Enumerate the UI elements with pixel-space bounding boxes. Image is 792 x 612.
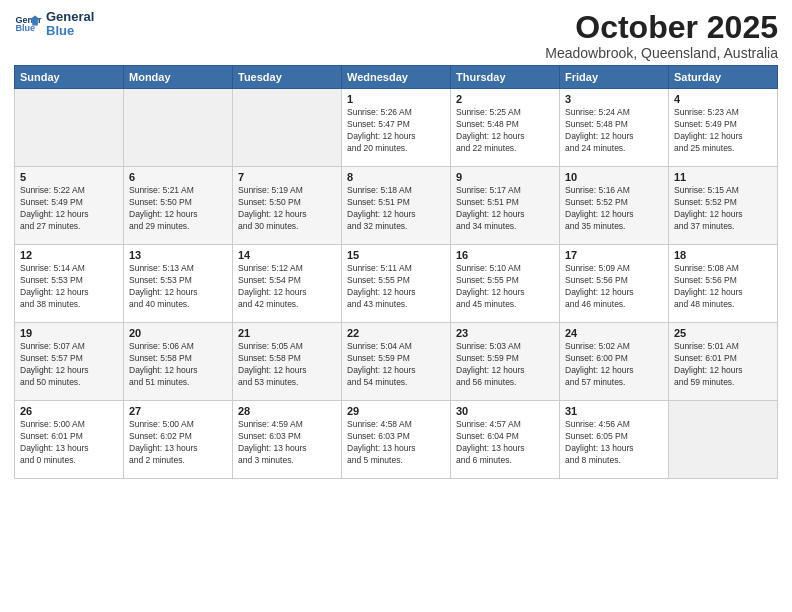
day-info: Sunrise: 5:15 AM Sunset: 5:52 PM Dayligh… bbox=[674, 185, 772, 233]
table-row bbox=[233, 89, 342, 167]
table-row: 26Sunrise: 5:00 AM Sunset: 6:01 PM Dayli… bbox=[15, 401, 124, 479]
day-info: Sunrise: 5:02 AM Sunset: 6:00 PM Dayligh… bbox=[565, 341, 663, 389]
day-info: Sunrise: 5:21 AM Sunset: 5:50 PM Dayligh… bbox=[129, 185, 227, 233]
day-number: 14 bbox=[238, 249, 336, 261]
calendar-week-row: 5Sunrise: 5:22 AM Sunset: 5:49 PM Daylig… bbox=[15, 167, 778, 245]
day-info: Sunrise: 5:03 AM Sunset: 5:59 PM Dayligh… bbox=[456, 341, 554, 389]
table-row: 13Sunrise: 5:13 AM Sunset: 5:53 PM Dayli… bbox=[124, 245, 233, 323]
day-info: Sunrise: 5:13 AM Sunset: 5:53 PM Dayligh… bbox=[129, 263, 227, 311]
day-info: Sunrise: 5:09 AM Sunset: 5:56 PM Dayligh… bbox=[565, 263, 663, 311]
day-info: Sunrise: 4:57 AM Sunset: 6:04 PM Dayligh… bbox=[456, 419, 554, 467]
day-info: Sunrise: 5:10 AM Sunset: 5:55 PM Dayligh… bbox=[456, 263, 554, 311]
day-info: Sunrise: 5:07 AM Sunset: 5:57 PM Dayligh… bbox=[20, 341, 118, 389]
day-info: Sunrise: 5:05 AM Sunset: 5:58 PM Dayligh… bbox=[238, 341, 336, 389]
table-row: 23Sunrise: 5:03 AM Sunset: 5:59 PM Dayli… bbox=[451, 323, 560, 401]
day-info: Sunrise: 5:12 AM Sunset: 5:54 PM Dayligh… bbox=[238, 263, 336, 311]
day-info: Sunrise: 5:17 AM Sunset: 5:51 PM Dayligh… bbox=[456, 185, 554, 233]
day-number: 11 bbox=[674, 171, 772, 183]
day-number: 17 bbox=[565, 249, 663, 261]
day-info: Sunrise: 4:59 AM Sunset: 6:03 PM Dayligh… bbox=[238, 419, 336, 467]
table-row bbox=[15, 89, 124, 167]
day-info: Sunrise: 5:00 AM Sunset: 6:02 PM Dayligh… bbox=[129, 419, 227, 467]
svg-text:Blue: Blue bbox=[15, 23, 35, 33]
day-number: 29 bbox=[347, 405, 445, 417]
logo-icon: General Blue bbox=[14, 10, 42, 38]
page-container: General Blue General Blue October 2025 M… bbox=[0, 0, 792, 485]
table-row: 22Sunrise: 5:04 AM Sunset: 5:59 PM Dayli… bbox=[342, 323, 451, 401]
day-number: 19 bbox=[20, 327, 118, 339]
day-number: 10 bbox=[565, 171, 663, 183]
day-number: 4 bbox=[674, 93, 772, 105]
table-row: 21Sunrise: 5:05 AM Sunset: 5:58 PM Dayli… bbox=[233, 323, 342, 401]
day-info: Sunrise: 5:06 AM Sunset: 5:58 PM Dayligh… bbox=[129, 341, 227, 389]
day-info: Sunrise: 5:16 AM Sunset: 5:52 PM Dayligh… bbox=[565, 185, 663, 233]
table-row: 29Sunrise: 4:58 AM Sunset: 6:03 PM Dayli… bbox=[342, 401, 451, 479]
day-info: Sunrise: 5:22 AM Sunset: 5:49 PM Dayligh… bbox=[20, 185, 118, 233]
col-saturday: Saturday bbox=[669, 66, 778, 89]
day-info: Sunrise: 5:24 AM Sunset: 5:48 PM Dayligh… bbox=[565, 107, 663, 155]
day-number: 1 bbox=[347, 93, 445, 105]
logo-text-general: General bbox=[46, 10, 94, 24]
month-title: October 2025 bbox=[545, 10, 778, 45]
day-number: 31 bbox=[565, 405, 663, 417]
col-tuesday: Tuesday bbox=[233, 66, 342, 89]
table-row: 19Sunrise: 5:07 AM Sunset: 5:57 PM Dayli… bbox=[15, 323, 124, 401]
calendar-week-row: 19Sunrise: 5:07 AM Sunset: 5:57 PM Dayli… bbox=[15, 323, 778, 401]
table-row: 5Sunrise: 5:22 AM Sunset: 5:49 PM Daylig… bbox=[15, 167, 124, 245]
day-number: 15 bbox=[347, 249, 445, 261]
day-info: Sunrise: 5:01 AM Sunset: 6:01 PM Dayligh… bbox=[674, 341, 772, 389]
day-number: 24 bbox=[565, 327, 663, 339]
day-number: 16 bbox=[456, 249, 554, 261]
calendar-week-row: 26Sunrise: 5:00 AM Sunset: 6:01 PM Dayli… bbox=[15, 401, 778, 479]
day-info: Sunrise: 5:26 AM Sunset: 5:47 PM Dayligh… bbox=[347, 107, 445, 155]
table-row: 31Sunrise: 4:56 AM Sunset: 6:05 PM Dayli… bbox=[560, 401, 669, 479]
day-info: Sunrise: 5:08 AM Sunset: 5:56 PM Dayligh… bbox=[674, 263, 772, 311]
day-number: 21 bbox=[238, 327, 336, 339]
table-row: 20Sunrise: 5:06 AM Sunset: 5:58 PM Dayli… bbox=[124, 323, 233, 401]
day-number: 3 bbox=[565, 93, 663, 105]
table-row: 7Sunrise: 5:19 AM Sunset: 5:50 PM Daylig… bbox=[233, 167, 342, 245]
day-number: 23 bbox=[456, 327, 554, 339]
table-row: 14Sunrise: 5:12 AM Sunset: 5:54 PM Dayli… bbox=[233, 245, 342, 323]
day-number: 2 bbox=[456, 93, 554, 105]
table-row: 10Sunrise: 5:16 AM Sunset: 5:52 PM Dayli… bbox=[560, 167, 669, 245]
day-number: 5 bbox=[20, 171, 118, 183]
table-row: 18Sunrise: 5:08 AM Sunset: 5:56 PM Dayli… bbox=[669, 245, 778, 323]
table-row: 9Sunrise: 5:17 AM Sunset: 5:51 PM Daylig… bbox=[451, 167, 560, 245]
calendar-table: Sunday Monday Tuesday Wednesday Thursday… bbox=[14, 65, 778, 479]
day-number: 7 bbox=[238, 171, 336, 183]
day-number: 18 bbox=[674, 249, 772, 261]
day-info: Sunrise: 5:11 AM Sunset: 5:55 PM Dayligh… bbox=[347, 263, 445, 311]
logo-text-blue: Blue bbox=[46, 24, 94, 38]
day-number: 12 bbox=[20, 249, 118, 261]
day-number: 13 bbox=[129, 249, 227, 261]
day-number: 27 bbox=[129, 405, 227, 417]
table-row: 16Sunrise: 5:10 AM Sunset: 5:55 PM Dayli… bbox=[451, 245, 560, 323]
day-number: 30 bbox=[456, 405, 554, 417]
day-info: Sunrise: 5:19 AM Sunset: 5:50 PM Dayligh… bbox=[238, 185, 336, 233]
table-row: 6Sunrise: 5:21 AM Sunset: 5:50 PM Daylig… bbox=[124, 167, 233, 245]
location-subtitle: Meadowbrook, Queensland, Australia bbox=[545, 45, 778, 61]
day-number: 28 bbox=[238, 405, 336, 417]
table-row: 30Sunrise: 4:57 AM Sunset: 6:04 PM Dayli… bbox=[451, 401, 560, 479]
day-number: 8 bbox=[347, 171, 445, 183]
day-info: Sunrise: 5:25 AM Sunset: 5:48 PM Dayligh… bbox=[456, 107, 554, 155]
calendar-header-row: Sunday Monday Tuesday Wednesday Thursday… bbox=[15, 66, 778, 89]
logo: General Blue General Blue bbox=[14, 10, 94, 39]
col-monday: Monday bbox=[124, 66, 233, 89]
table-row: 28Sunrise: 4:59 AM Sunset: 6:03 PM Dayli… bbox=[233, 401, 342, 479]
col-thursday: Thursday bbox=[451, 66, 560, 89]
table-row: 3Sunrise: 5:24 AM Sunset: 5:48 PM Daylig… bbox=[560, 89, 669, 167]
col-wednesday: Wednesday bbox=[342, 66, 451, 89]
day-number: 25 bbox=[674, 327, 772, 339]
title-block: October 2025 Meadowbrook, Queensland, Au… bbox=[545, 10, 778, 61]
day-number: 9 bbox=[456, 171, 554, 183]
table-row bbox=[124, 89, 233, 167]
calendar-week-row: 1Sunrise: 5:26 AM Sunset: 5:47 PM Daylig… bbox=[15, 89, 778, 167]
header: General Blue General Blue October 2025 M… bbox=[14, 10, 778, 61]
day-info: Sunrise: 4:58 AM Sunset: 6:03 PM Dayligh… bbox=[347, 419, 445, 467]
day-info: Sunrise: 5:23 AM Sunset: 5:49 PM Dayligh… bbox=[674, 107, 772, 155]
table-row: 1Sunrise: 5:26 AM Sunset: 5:47 PM Daylig… bbox=[342, 89, 451, 167]
day-number: 22 bbox=[347, 327, 445, 339]
day-number: 26 bbox=[20, 405, 118, 417]
